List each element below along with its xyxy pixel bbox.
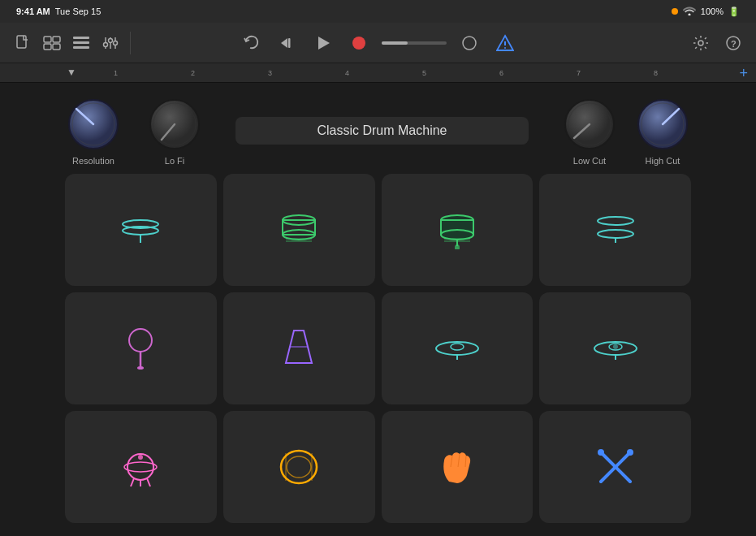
volume-fill — [382, 41, 408, 45]
svg-point-18 — [463, 37, 476, 50]
svg-point-65 — [613, 344, 618, 349]
svg-point-81 — [627, 449, 633, 456]
low-cut-knob[interactable] — [561, 96, 618, 153]
svg-point-55 — [129, 329, 152, 352]
low-cut-label: Low Cut — [573, 156, 606, 166]
svg-point-52 — [598, 217, 633, 225]
status-bar: 9:41 AM Tue Sep 15 100% 🔋 — [0, 0, 756, 23]
ruler-mark-1: 1 — [114, 69, 118, 77]
mixer-button[interactable] — [96, 28, 125, 58]
main-content: Resolution Lo Fi — [0, 83, 756, 536]
ruler-mark-2: 2 — [191, 69, 195, 77]
undo-button[interactable] — [239, 30, 265, 56]
svg-text:?: ? — [731, 38, 737, 48]
list-view-button[interactable] — [67, 28, 96, 58]
pads-grid — [65, 174, 691, 536]
svg-rect-41 — [283, 220, 315, 235]
ruler-mark-6: 6 — [499, 69, 503, 77]
toolbar-right: ? — [686, 28, 748, 58]
instrument-name-label: Classic Drum Machine — [235, 117, 529, 145]
svg-rect-7 — [73, 46, 89, 49]
high-cut-knob-group: High Cut — [634, 96, 691, 166]
svg-rect-15 — [288, 38, 291, 48]
svg-rect-2 — [53, 37, 60, 42]
toolbar-wrapper: ? — [8, 28, 748, 58]
svg-point-71 — [138, 455, 143, 460]
svg-point-12 — [109, 38, 113, 42]
svg-point-73 — [287, 456, 311, 478]
ruler-mark-4: 4 — [345, 69, 349, 77]
toolbar: ? — [0, 23, 756, 63]
playhead-marker: ▼ — [67, 67, 76, 78]
svg-point-51 — [455, 244, 460, 249]
pad-bass-drum[interactable] — [223, 411, 375, 523]
svg-marker-16 — [318, 37, 330, 50]
svg-point-21 — [504, 47, 506, 49]
wifi-icon — [683, 6, 696, 17]
pad-snare[interactable] — [223, 174, 375, 286]
svg-line-68 — [131, 478, 134, 486]
ruler-mark-5: 5 — [422, 69, 426, 77]
volume-slider[interactable] — [382, 41, 447, 45]
svg-point-22 — [698, 41, 703, 45]
controls-row: Resolution Lo Fi — [65, 83, 691, 174]
low-cut-knob-group: Low Cut — [561, 96, 618, 166]
svg-point-60 — [451, 344, 464, 350]
new-document-button[interactable] — [8, 28, 37, 58]
rewind-button[interactable] — [274, 30, 300, 56]
pad-hihat-open[interactable] — [539, 174, 691, 286]
resolution-knob[interactable] — [65, 96, 122, 153]
svg-rect-3 — [44, 44, 51, 50]
svg-marker-14 — [281, 38, 287, 48]
pad-cymbal-1[interactable] — [382, 292, 534, 404]
svg-point-11 — [104, 42, 108, 46]
high-cut-knob[interactable] — [634, 96, 691, 153]
battery-icon: 🔋 — [728, 6, 740, 17]
svg-point-17 — [352, 37, 365, 50]
separator-1 — [130, 32, 131, 54]
lofi-knob-group: Lo Fi — [146, 96, 203, 166]
svg-rect-1 — [44, 37, 51, 42]
settings-button[interactable] — [686, 28, 715, 58]
status-left: 9:41 AM Tue Sep 15 — [16, 6, 101, 16]
ruler: ▼ 1 2 3 4 5 6 7 8 + — [0, 63, 756, 83]
resolution-label: Resolution — [72, 156, 114, 166]
pad-handclap[interactable] — [382, 411, 534, 523]
svg-point-13 — [114, 41, 118, 45]
track-view-button[interactable] — [37, 28, 67, 58]
pad-hihat-closed[interactable] — [65, 174, 217, 286]
svg-rect-6 — [73, 41, 89, 44]
help-button[interactable]: ? — [719, 28, 748, 58]
resolution-knob-group: Resolution — [65, 96, 122, 166]
pad-cymbal-2[interactable] — [539, 292, 691, 404]
svg-rect-4 — [53, 44, 60, 50]
play-button[interactable] — [310, 30, 336, 56]
pad-cowbell[interactable] — [223, 292, 375, 404]
pad-shaker[interactable] — [65, 292, 217, 404]
status-date: Tue Sep 15 — [55, 6, 101, 16]
pad-clap[interactable] — [65, 411, 217, 523]
caution-button[interactable] — [492, 30, 518, 56]
ruler-mark-8: 8 — [654, 69, 658, 77]
orange-dot — [672, 8, 678, 15]
lofi-knob[interactable] — [146, 96, 203, 153]
pad-sticks[interactable] — [539, 411, 691, 523]
lofi-label: Lo Fi — [165, 156, 184, 166]
svg-line-70 — [147, 478, 150, 486]
svg-rect-5 — [73, 37, 89, 39]
svg-point-67 — [124, 462, 157, 472]
ruler-mark-3: 3 — [268, 69, 272, 77]
svg-point-57 — [137, 366, 144, 370]
svg-point-53 — [598, 230, 633, 238]
status-right: 100% 🔋 — [672, 6, 740, 17]
ruler-mark-7: 7 — [577, 69, 581, 77]
svg-point-82 — [598, 449, 604, 456]
add-track-button[interactable]: + — [739, 64, 748, 81]
record-button[interactable] — [346, 30, 372, 56]
svg-rect-0 — [17, 36, 26, 48]
svg-point-47 — [441, 230, 473, 240]
battery-label: 100% — [701, 6, 724, 16]
metronome-button[interactable] — [456, 30, 482, 56]
status-time: 9:41 AM — [16, 6, 50, 16]
pad-snare-alt[interactable] — [382, 174, 534, 286]
